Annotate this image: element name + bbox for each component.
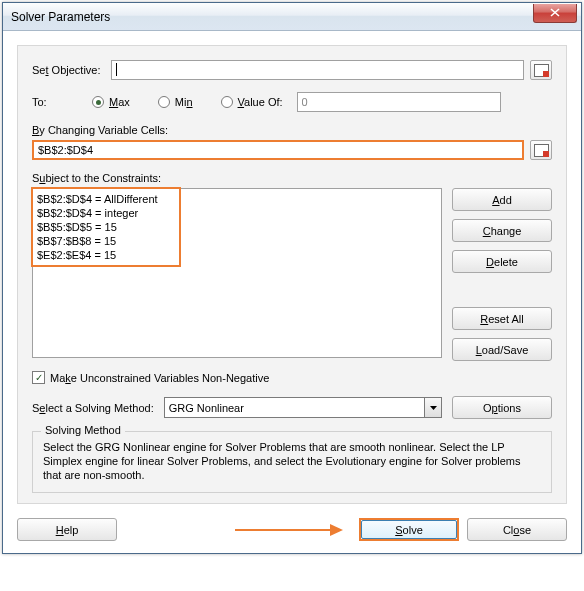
solving-method-combo[interactable]: GRG Nonlinear <box>164 397 442 418</box>
constraints-label: Subject to the Constraints: <box>32 172 552 184</box>
combo-value: GRG Nonlinear <box>169 402 244 414</box>
varcells-row <box>32 140 552 160</box>
radio-icon <box>92 96 104 108</box>
varcells-label: By Changing Variable Cells: <box>32 124 552 136</box>
list-item[interactable]: $B$5:$D$5 = 15 <box>37 220 437 234</box>
objective-row: Set Objective: <box>32 60 552 80</box>
objective-range-button[interactable] <box>530 60 552 80</box>
constraints-area: $B$2:$D$4 = AllDifferent $B$2:$D$4 = int… <box>32 188 552 361</box>
to-label: To: <box>32 96 92 108</box>
reset-all-button[interactable]: Reset All <box>452 307 552 330</box>
range-select-icon <box>534 64 548 76</box>
variable-cells-input[interactable] <box>32 140 524 160</box>
solving-method-groupbox: Solving Method Select the GRG Nonlinear … <box>32 431 552 493</box>
options-button[interactable]: Options <box>452 396 552 419</box>
load-save-button[interactable]: Load/Save <box>452 338 552 361</box>
radio-min-label: Min <box>175 96 193 108</box>
solve-button[interactable]: Solve <box>359 518 459 541</box>
chevron-down-icon <box>424 398 441 417</box>
help-button[interactable]: Help <box>17 518 117 541</box>
radio-max-label: Max <box>109 96 130 108</box>
titlebar[interactable]: Solver Parameters <box>3 3 581 31</box>
objective-label: Set Objective: <box>32 64 101 76</box>
method-row: Select a Solving Method: GRG Nonlinear O… <box>32 396 552 419</box>
list-item[interactable]: $E$2:$E$4 = 15 <box>37 248 437 262</box>
close-button[interactable]: Close <box>467 518 567 541</box>
dialog-body: Set Objective: To: Max Min Value Of: <box>3 31 581 553</box>
delete-button[interactable]: Delete <box>452 250 552 273</box>
window-title: Solver Parameters <box>11 10 110 24</box>
nonneg-label: Make Unconstrained Variables Non-Negativ… <box>50 372 269 384</box>
bottom-button-row: Help Solve Close <box>17 518 567 541</box>
radio-icon <box>221 96 233 108</box>
valueof-input[interactable] <box>297 92 501 112</box>
main-panel: Set Objective: To: Max Min Value Of: <box>17 45 567 504</box>
constraints-listbox[interactable]: $B$2:$D$4 = AllDifferent $B$2:$D$4 = int… <box>32 188 442 358</box>
range-select-icon <box>534 144 548 156</box>
to-row: To: Max Min Value Of: <box>32 92 552 112</box>
solving-method-description: Select the GRG Nonlinear engine for Solv… <box>43 440 541 482</box>
radio-valueof[interactable]: Value Of: <box>221 96 283 108</box>
list-item[interactable]: $B$7:$B$8 = 15 <box>37 234 437 248</box>
constraint-buttons: Add Change Delete Reset All Load/Save <box>452 188 552 361</box>
nonneg-row[interactable]: ✓ Make Unconstrained Variables Non-Negat… <box>32 371 552 384</box>
varcells-range-button[interactable] <box>530 140 552 160</box>
radio-min[interactable]: Min <box>158 96 193 108</box>
close-icon <box>550 7 560 19</box>
groupbox-title: Solving Method <box>41 424 125 436</box>
checkbox-icon: ✓ <box>32 371 45 384</box>
solver-dialog: Solver Parameters Set Objective: To: Max <box>2 2 582 554</box>
list-item[interactable]: $B$2:$D$4 = AllDifferent <box>37 192 437 206</box>
change-button[interactable]: Change <box>452 219 552 242</box>
radio-icon <box>158 96 170 108</box>
list-item[interactable]: $B$2:$D$4 = integer <box>37 206 437 220</box>
annotation-arrow <box>125 522 351 538</box>
add-button[interactable]: Add <box>452 188 552 211</box>
objective-input[interactable] <box>111 60 525 80</box>
method-label: Select a Solving Method: <box>32 402 154 414</box>
radio-valueof-label: Value Of: <box>238 96 283 108</box>
radio-max[interactable]: Max <box>92 96 130 108</box>
close-window-button[interactable] <box>533 4 577 23</box>
